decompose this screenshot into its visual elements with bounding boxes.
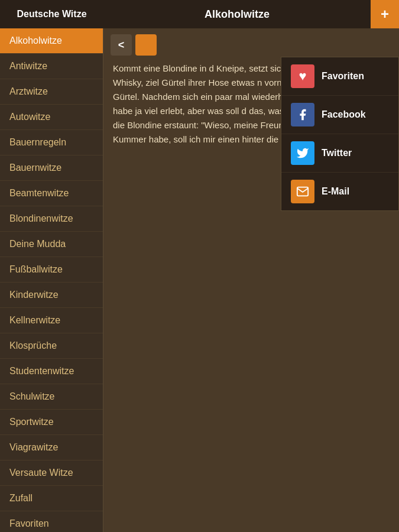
share-twitter-button[interactable]: Twitter — [281, 134, 398, 173]
sidebar-item-bauernwitze[interactable]: Bauernwitze — [0, 155, 103, 181]
sidebar-item-autowitze[interactable]: Autowitze — [0, 105, 103, 130]
sidebar-title: Deutsche Witze — [0, 9, 103, 20]
twitter-icon — [291, 141, 314, 165]
sidebar-item-kellnerwitze[interactable]: Kellnerwitze — [0, 308, 103, 333]
sidebar-item-deine-mudda[interactable]: Deine Mudda — [0, 232, 103, 257]
share-facebook-label: Facebook — [322, 109, 366, 120]
sidebar-item-arztwitze[interactable]: Arztwitze — [0, 79, 103, 105]
email-icon — [291, 180, 314, 203]
main-title: Alkoholwitze — [103, 8, 371, 21]
sidebar-item-sportwitze[interactable]: Sportwitze — [0, 410, 103, 435]
sidebar-item-versaute-witze[interactable]: Versaute Witze — [0, 460, 103, 486]
sidebar-item-zufall[interactable]: Zufall — [0, 486, 103, 511]
header: Deutsche Witze Alkoholwitze + — [0, 0, 399, 28]
share-favorites-button[interactable]: ♥ Favoriten — [281, 57, 398, 96]
sidebar-item-viagrawitze[interactable]: Viagrawitze — [0, 435, 103, 460]
share-email-label: E-Mail — [322, 186, 349, 197]
add-button[interactable]: + — [371, 0, 399, 28]
sidebar-item-fussballwitze[interactable]: Fußballwitze — [0, 257, 103, 283]
sidebar-item-blondinenwitze[interactable]: Blondinenwitze — [0, 206, 103, 232]
sidebar-item-antiwitze[interactable]: Antiwitze — [0, 54, 103, 79]
sidebar-item-schulwitze[interactable]: Schulwitze — [0, 384, 103, 410]
sidebar-item-favoriten[interactable]: Favoriten — [0, 511, 103, 532]
share-favorites-label: Favoriten — [322, 71, 364, 82]
layout: Alkoholwitze Antiwitze Arztwitze Autowit… — [0, 28, 399, 532]
share-twitter-label: Twitter — [322, 148, 352, 158]
heart-icon: ♥ — [291, 64, 314, 88]
share-overlay: ♥ Favoriten Facebook Twitter — [281, 57, 399, 211]
sidebar-item-beamtenwitze[interactable]: Beamtenwitze — [0, 181, 103, 206]
share-email-button[interactable]: E-Mail — [281, 173, 398, 210]
facebook-icon — [291, 103, 314, 126]
sidebar-item-alkoholwitze[interactable]: Alkoholwitze — [0, 28, 103, 54]
sidebar-item-klosprueche[interactable]: Klosprüche — [0, 333, 103, 359]
sidebar: Alkoholwitze Antiwitze Arztwitze Autowit… — [0, 28, 103, 532]
main-content: < Kommt eine Blondine in d Kneipe, setzt… — [103, 28, 399, 532]
nav-back-button[interactable]: < — [111, 34, 132, 56]
sidebar-item-bauernregeln[interactable]: Bauernregeln — [0, 130, 103, 155]
sidebar-item-studentenwitze[interactable]: Studentenwitze — [0, 359, 103, 384]
share-facebook-button[interactable]: Facebook — [281, 96, 398, 134]
sidebar-item-kinderwitze[interactable]: Kinderwitze — [0, 283, 103, 308]
nav-forward-button[interactable] — [135, 34, 157, 56]
